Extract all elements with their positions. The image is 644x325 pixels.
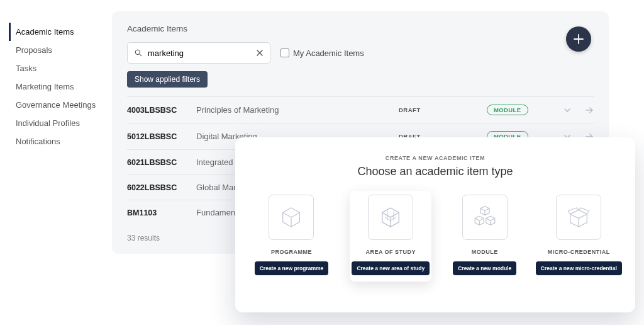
create-micro-credential-button[interactable]: Create a new micro-credential bbox=[536, 261, 622, 275]
search-box[interactable] bbox=[127, 42, 270, 64]
my-items-label: My Academic Items bbox=[293, 48, 364, 58]
create-module-button[interactable]: Create a new module bbox=[453, 261, 516, 275]
sidebar-item-proposals[interactable]: Proposals bbox=[9, 41, 112, 59]
search-input[interactable] bbox=[148, 48, 256, 58]
create-item-modal: CREATE A NEW ACADEMIC ITEM Choose an aca… bbox=[235, 137, 635, 312]
type-card-programme[interactable]: PROGRAMME Create a new programme bbox=[251, 191, 333, 282]
svg-point-0 bbox=[135, 50, 140, 54]
row-code: BM1103 bbox=[127, 208, 196, 217]
sidebar-item-marketing-items[interactable]: Marketing Items bbox=[9, 77, 112, 96]
row-tag: MODULE bbox=[487, 105, 528, 115]
row-name: Principles of Marketing bbox=[196, 105, 399, 115]
type-grid: PROGRAMME Create a new programme AREA OF… bbox=[258, 191, 613, 282]
modal-title: Choose an academic item type bbox=[258, 165, 613, 178]
row-code: 4003LBSBSC bbox=[127, 106, 196, 115]
modal-kicker: CREATE A NEW ACADEMIC ITEM bbox=[258, 155, 613, 161]
cubes-icon bbox=[462, 195, 508, 240]
table-row[interactable]: 4003LBSBSC Principles of Marketing DRAFT… bbox=[127, 96, 594, 123]
sidebar-item-academic-items[interactable]: Academic Items bbox=[9, 23, 112, 41]
type-card-module[interactable]: MODULE Create a new module bbox=[449, 191, 520, 282]
sidebar-item-notifications[interactable]: Notifications bbox=[9, 132, 112, 151]
type-label: MICRO-CREDENTIAL bbox=[548, 249, 610, 255]
type-card-micro-credential[interactable]: MICRO-CREDENTIAL Create a new micro-cred… bbox=[538, 191, 619, 282]
chevron-down-icon[interactable] bbox=[564, 106, 571, 114]
checkbox-icon bbox=[280, 48, 289, 57]
my-items-filter[interactable]: My Academic Items bbox=[280, 48, 364, 58]
type-label: AREA OF STUDY bbox=[365, 249, 416, 255]
open-box-icon bbox=[556, 195, 601, 240]
sidebar-item-tasks[interactable]: Tasks bbox=[9, 59, 112, 77]
clear-search-icon[interactable] bbox=[256, 49, 264, 57]
create-programme-button[interactable]: Create a new programme bbox=[255, 261, 329, 275]
create-area-of-study-button[interactable]: Create a new area of study bbox=[352, 261, 430, 275]
row-actions bbox=[543, 106, 594, 114]
type-card-area-of-study[interactable]: AREA OF STUDY Create a new area of study bbox=[350, 191, 431, 282]
plus-icon bbox=[573, 33, 584, 45]
cube-grid-icon bbox=[368, 195, 413, 240]
search-icon bbox=[134, 48, 143, 57]
cube-icon bbox=[269, 195, 314, 240]
search-row: My Academic Items bbox=[127, 42, 594, 64]
sidebar: Academic Items Proposals Tasks Marketing… bbox=[0, 0, 112, 254]
add-button[interactable] bbox=[566, 26, 591, 52]
page-title: Academic Items bbox=[127, 24, 594, 33]
show-filters-button[interactable]: Show applied filters bbox=[127, 71, 208, 88]
row-code: 6021LBSBSC bbox=[127, 158, 196, 167]
row-code: 6022LBSBSC bbox=[127, 183, 196, 192]
row-code: 5012LBSBSC bbox=[127, 132, 196, 141]
arrow-right-icon[interactable] bbox=[585, 106, 594, 114]
type-label: MODULE bbox=[472, 249, 498, 255]
type-label: PROGRAMME bbox=[271, 249, 312, 255]
sidebar-item-governance-meetings[interactable]: Governance Meetings bbox=[9, 96, 112, 114]
row-status: DRAFT bbox=[399, 106, 487, 113]
sidebar-item-individual-profiles[interactable]: Individual Profiles bbox=[9, 114, 112, 132]
